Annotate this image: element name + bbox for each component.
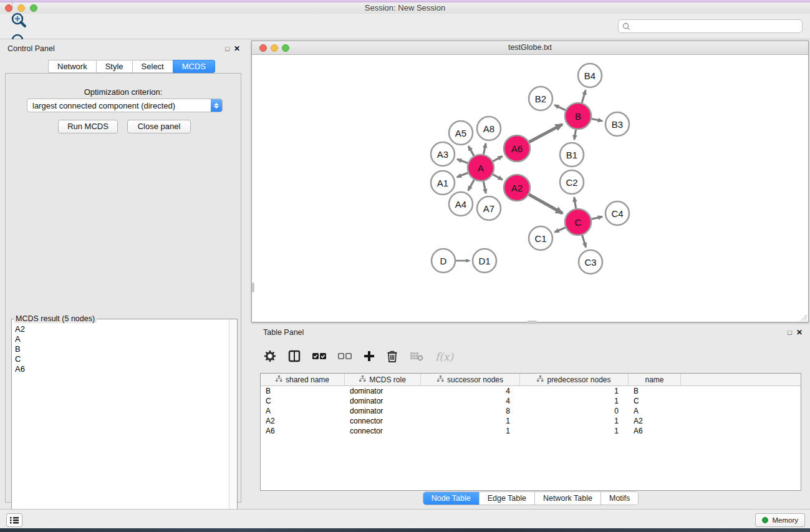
table-cell[interactable]: 1 [421,416,520,426]
network-graph[interactable]: B4B2BB3A8A5A6A3B1AC2A1A2A4A7C4CC1DD1C3 [252,55,808,322]
tab-edge-table[interactable]: Edge Table [480,492,535,505]
tab-network-table[interactable]: Network Table [535,492,601,505]
column-header-shared-name[interactable]: shared name [261,374,345,386]
column-header-predecessor-nodes[interactable]: predecessor nodes [520,374,629,386]
criterion-select[interactable]: largest connected component (directed) [27,99,223,112]
horizontal-scroll-thumb[interactable] [527,321,537,324]
result-item[interactable]: C [15,354,226,364]
edge-B-B2[interactable] [554,105,566,110]
close-panel-icon[interactable]: ✕ [234,44,240,53]
tab-style[interactable]: Style [96,60,132,73]
edge-B-B4[interactable] [582,90,586,103]
table-cell[interactable]: A6 [629,426,681,436]
result-item[interactable]: A2 [15,324,226,334]
edge-C-C4[interactable] [591,216,602,219]
table-row[interactable]: A2connector11A2 [261,416,801,426]
column-header-successor-nodes[interactable]: successor nodes [421,374,520,386]
table-cell[interactable]: 0 [520,406,629,416]
edge-B-B3[interactable] [592,118,602,121]
table-row[interactable]: Bdominator41B [261,386,801,396]
tab-node-table[interactable]: Node Table [423,492,480,505]
table-cell[interactable]: A2 [261,416,345,426]
deselect-all-icon[interactable] [338,352,352,362]
edge-A-A6[interactable] [493,157,502,162]
table-cell[interactable]: A [261,406,345,416]
gear-icon[interactable] [264,350,276,364]
edge-A-A3[interactable] [457,159,468,163]
net-minimize-traffic-light[interactable] [271,44,278,52]
edge-C-C1[interactable] [554,228,565,233]
edge-A-A1[interactable] [457,173,468,177]
column-header-name[interactable]: name [629,374,681,386]
table-cell[interactable]: connector [345,416,421,426]
table-cell[interactable]: 1 [520,426,629,436]
table-cell[interactable]: B [261,386,345,396]
result-item[interactable]: A6 [15,364,226,374]
memory-button[interactable]: Memory [755,513,805,527]
node-label-C3: C3 [584,257,596,268]
edge-A-A2[interactable] [493,175,503,180]
close-table-panel-icon[interactable]: ✕ [796,328,803,337]
table-cell[interactable]: 1 [520,416,629,426]
result-item[interactable]: A [15,334,226,344]
table-row[interactable]: A6connector11A6 [261,426,801,436]
add-icon[interactable] [364,351,375,364]
table-cell[interactable]: B [629,386,681,396]
close-panel-button[interactable]: Close panel [127,120,191,133]
table-cell[interactable]: dominator [345,396,421,406]
net-zoom-traffic-light[interactable] [282,44,289,52]
edge-C-C3[interactable] [582,235,586,248]
result-item[interactable]: B [15,344,226,354]
table-cell[interactable]: C [261,396,345,406]
table-row[interactable]: Adominator80A [261,406,801,416]
zoom-in-icon[interactable] [8,10,29,31]
table-cell[interactable]: A2 [629,416,681,426]
table-cell[interactable]: A6 [261,426,345,436]
run-mcds-button[interactable]: Run MCDS [58,120,118,133]
table-cell[interactable]: C [629,396,681,406]
tab-select[interactable]: Select [132,60,173,73]
table-cell[interactable]: dominator [345,406,421,416]
task-history-button[interactable] [6,513,22,527]
vertical-scroll-thumb[interactable] [252,283,254,293]
table-panel: Table Panel □ ✕ f(x) shared nameMCDS rol… [251,326,810,508]
edge-A2-C[interactable] [529,195,562,213]
search-input[interactable] [633,22,798,31]
float-table-panel-icon[interactable]: □ [788,329,792,336]
columns-icon[interactable] [288,350,301,364]
table-cell[interactable]: dominator [345,386,421,396]
edge-A6-B[interactable] [529,124,562,142]
function-icon[interactable]: f(x) [435,351,453,363]
edge-B-B1[interactable] [574,130,576,140]
search-box[interactable] [618,19,803,33]
mcds-result-list[interactable]: A2ABCA6 [12,323,228,532]
select-all-icon[interactable] [312,352,326,362]
float-panel-icon[interactable]: □ [225,45,229,52]
edge-A-A8[interactable] [483,143,486,154]
tab-network[interactable]: Network [48,60,96,73]
table-cell[interactable]: connector [345,426,421,436]
edge-A-A4[interactable] [468,180,475,190]
edge-A-A5[interactable] [468,146,474,156]
delete-table-icon[interactable] [410,351,423,363]
resize-grip-icon[interactable] [799,313,808,321]
table-row[interactable]: Cdominator41C [261,396,801,406]
table-cell[interactable]: 4 [421,396,520,406]
tab-motifs[interactable]: Motifs [601,492,638,505]
table-cell[interactable]: 1 [520,396,629,406]
edge-A-A7[interactable] [483,181,486,193]
trash-icon[interactable] [387,350,398,364]
table-cell[interactable]: A [629,406,681,416]
table-cell[interactable]: 1 [421,426,520,436]
table-cell[interactable]: 1 [520,386,629,396]
mcds-panel: Optimization criterion: largest connecte… [5,73,241,503]
tab-mcds[interactable]: MCDS [173,60,215,73]
column-header-MCDS-role[interactable]: MCDS role [345,374,421,386]
edge-C-C2[interactable] [574,197,576,208]
table-cell[interactable]: 4 [421,386,520,396]
net-close-traffic-light[interactable] [259,44,267,52]
network-window-titlebar[interactable]: testGlobe.txt [252,41,808,55]
result-scrollbar[interactable] [229,319,237,532]
table-cell[interactable]: 8 [421,406,520,416]
network-canvas[interactable]: B4B2BB3A8A5A6A3B1AC2A1A2A4A7C4CC1DD1C3 [252,55,808,322]
